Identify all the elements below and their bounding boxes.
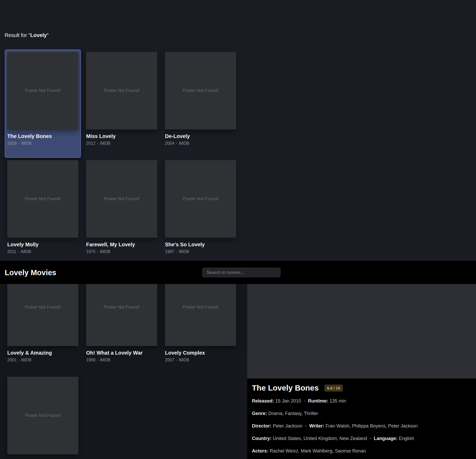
meta-separator: - [97,358,98,362]
results-grid-bottom: Poster Not Found! Lovely & Amazing 2001-… [5,284,239,459]
movie-poster-placeholder: Poster Not Found! [165,52,236,129]
movie-card[interactable]: Poster Not Found! De-Lovely 2004-IMDB [162,49,239,158]
movie-poster-placeholder: Poster Not Found! [86,160,157,238]
meta-separator: - [176,249,177,254]
detail-row-actors: Actors: Rachel Weisz, Mark Wahlberg, Sao… [252,448,470,454]
movie-poster-placeholder: Poster Not Found! [7,284,78,346]
movie-poster-placeholder: Poster Not Found! [165,160,236,238]
movie-meta: 2004-IMDB [165,141,236,146]
movie-source: IMDB [100,141,110,146]
detail-label: Country: [252,436,271,441]
poster-not-found-text: Poster Not Found! [104,196,140,202]
detail-label: Actors: [252,448,268,454]
detail-separator: - [370,436,371,441]
movie-source: IMDB [179,141,189,146]
movie-meta: 2001-IMDB [7,357,78,362]
poster-not-found-text: Poster Not Found! [183,305,219,310]
movie-meta: 2007-IMDB [165,357,236,362]
movie-source: IMDB [21,141,31,146]
meta-separator: - [18,141,20,146]
detail-value: Rachel Weisz, Mark Wahlberg, Saoirse Ron… [270,448,366,454]
meta-separator: - [97,141,98,146]
movie-year: 2012 [86,141,96,146]
detail-row-released: Released: 15 Jan 2010 - Runtime: 135 min [252,398,470,404]
movie-meta: 1975-IMDB [86,249,157,254]
results-section: Result for "Lovely" Poster Not Found! Th… [0,0,476,261]
movie-meta: 2011-IMDB [7,249,78,254]
movie-card[interactable]: Poster Not Found! Lovely Complex 2007-IM… [162,284,239,374]
movie-title: De-Lovely [165,133,236,140]
movie-poster-placeholder: Poster Not Found! [86,284,157,346]
movie-card[interactable]: Poster Not Found! Miss Lovely 2012-IMDB [84,49,160,158]
meta-separator: - [176,141,177,146]
results-query: Lovely [30,32,47,38]
movie-poster-placeholder: Poster Not Found! [165,284,236,346]
movie-card[interactable]: Poster Not Found! Oh! What a Lovely War … [84,284,160,374]
movie-meta: 2009-IMDB [7,141,78,146]
poster-not-found-text: Poster Not Found! [183,196,219,202]
movie-source: IMDB [179,249,189,254]
movie-poster-placeholder: Poster Not Found! [7,377,78,454]
movie-year: 2011 [7,249,16,254]
movie-meta: 1997-IMDB [165,249,236,254]
movie-year: 1975 [86,249,96,254]
poster-not-found-text: Poster Not Found! [25,305,61,310]
search-input[interactable] [202,268,281,277]
app-title: Lovely Movies [5,268,56,277]
movie-source: IMDB [100,249,110,254]
poster-not-found-text: Poster Not Found! [183,88,219,93]
movie-title: Lovely Molly [7,241,78,248]
movie-title: Miss Lovely [86,133,157,140]
results-heading-prefix: Result for " [5,32,30,38]
poster-not-found-text: Poster Not Found! [25,413,61,418]
meta-separator: - [18,249,19,254]
movie-card[interactable]: Poster Not Found! Farewell, My Lovely 19… [84,158,160,266]
movie-poster-placeholder: Poster Not Found! [7,52,78,129]
movie-card[interactable]: Poster Not Found! Lovely, Still [5,374,81,459]
detail-label2: Writer: [309,423,324,429]
movie-year: 2001 [7,358,17,362]
movie-year: 2009 [7,141,17,146]
poster-not-found-text: Poster Not Found! [104,305,140,310]
detail-value2: English [399,436,414,441]
movie-poster-placeholder: Poster Not Found! [7,160,78,238]
detail-value: Peter Jackson [273,423,302,429]
poster-not-found-text: Poster Not Found! [25,196,61,202]
detail-row-director: Director: Peter Jackson - Writer: Fran W… [252,423,470,429]
movie-year: 2004 [165,141,174,146]
movie-card[interactable]: Poster Not Found! Lovely Molly 2011-IMDB [5,158,81,266]
detail-row-country: Country: United States, United Kingdom, … [252,436,470,441]
detail-body: The Lovely Bones 6.6 / 10 Released: 15 J… [252,383,470,459]
movie-year: 2007 [165,358,174,362]
detail-separator: - [305,423,307,429]
detail-value: United States, United Kingdom, New Zeala… [273,436,367,441]
meta-separator: - [97,249,98,254]
detail-title: The Lovely Bones [252,383,319,392]
movie-title: Lovely, Still [7,458,78,459]
detail-value: 15 Jan 2010 [275,398,301,404]
detail-label: Genre: [252,411,267,416]
movie-detail-panel: The Lovely Bones 6.6 / 10 Released: 15 J… [247,284,476,459]
detail-label2: Language: [374,436,397,441]
results-heading-suffix: " [47,32,49,38]
detail-label: Released: [252,398,274,404]
movie-source: IMDB [100,358,110,362]
detail-value: Drama, Fantasy, Thriller [268,411,318,416]
movie-title: She's So Lovely [165,241,236,248]
movie-year: 1997 [165,249,174,254]
movie-poster-placeholder: Poster Not Found! [86,52,157,129]
detail-title-row: The Lovely Bones 6.6 / 10 [252,383,470,392]
detail-value2: Fran Walsh, Philippa Boyens, Peter Jacks… [326,423,418,429]
detail-rows: Released: 15 Jan 2010 - Runtime: 135 min… [252,398,470,454]
movie-title: Oh! What a Lovely War [86,349,157,356]
meta-separator: - [18,358,20,362]
movie-card[interactable]: Poster Not Found! Lovely & Amazing 2001-… [5,284,81,374]
results-column: Poster Not Found! Lovely & Amazing 2001-… [0,284,247,459]
movie-title: The Lovely Bones [7,133,78,140]
movie-card-selected[interactable]: Poster Not Found! The Lovely Bones 2009-… [5,49,81,158]
movie-year: 1969 [86,358,96,362]
movie-card[interactable]: Poster Not Found! She's So Lovely 1997-I… [162,158,239,266]
movie-source: IMDB [21,358,31,362]
movie-meta: 1969-IMDB [86,357,157,362]
detail-label: Director: [252,423,271,429]
